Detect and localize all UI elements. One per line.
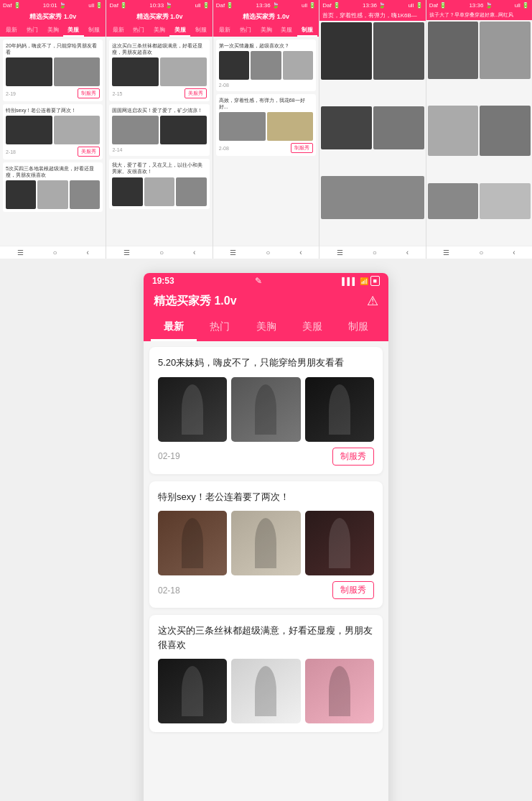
- screen2-post-1: 这次买白三条丝袜都超级满意，好看还显瘦，男朋友超喜欢 2-15 美服秀: [109, 40, 209, 101]
- bottom-back-icon[interactable]: ‹: [87, 249, 89, 256]
- screen3-tab-hot[interactable]: 热门: [235, 24, 256, 37]
- screen5-img-5: [428, 183, 479, 219]
- screen2-post-1-text: 这次买白三条丝袜都超级满意，好看还显瘦，男朋友超喜欢: [112, 42, 206, 55]
- bottom-menu-icon[interactable]: ☰: [443, 249, 449, 256]
- bottom-menu-icon[interactable]: ☰: [337, 249, 343, 256]
- feed-card-1-img-1: [158, 377, 227, 442]
- nav-tab-uniform[interactable]: 制服: [335, 315, 381, 341]
- bottom-home-icon[interactable]: ○: [479, 249, 483, 256]
- feed-card-3-img-2: [231, 659, 300, 723]
- feed-card-1-action-btn[interactable]: 制服秀: [332, 448, 374, 466]
- screen1-bottom-bar: ☰ ○ ‹: [0, 246, 106, 259]
- screen1-post-1: 20年妈妈，嗨皮不了，只能穿给男朋友看看 2-19 制服秀: [3, 40, 103, 101]
- screen1-post-2-text: 特别sexy！老公连着要了两次！: [6, 107, 100, 114]
- main-phone: 19:53 ✎ ▌▌▌ 📶 ■ 精选买家秀 1.0v ⚠ 最新 热门 美胸 美服…: [144, 273, 388, 801]
- post-img: [283, 51, 313, 80]
- bottom-home-icon[interactable]: ○: [266, 249, 270, 256]
- screen1-post-3-text: 5次买四三各地装根超级满意，好看还显瘦，男朋友很喜欢: [6, 165, 100, 178]
- screen1-tab-uniform[interactable]: 制服: [84, 24, 105, 37]
- bottom-menu-icon[interactable]: ☰: [230, 249, 236, 256]
- figure-silhouette: [182, 666, 203, 716]
- screen2-post-2: 圆圆网送启农买！爱了爱了，矿少清凉！ 2-14: [109, 104, 209, 156]
- screen3-tab-newest[interactable]: 最新: [215, 24, 235, 37]
- screen3-post-2-footer: 2-08 制服秀: [219, 143, 313, 153]
- nav-tab-hot[interactable]: 热门: [197, 315, 243, 341]
- nav-tab-clothes[interactable]: 美服: [289, 315, 335, 341]
- bottom-menu-icon[interactable]: ☰: [123, 249, 130, 256]
- screen1-tabs: 最新 热门 美胸 美服 制服: [0, 23, 106, 37]
- screen5-img-3: [428, 106, 479, 156]
- screen3-tab-uniform[interactable]: 制服: [297, 24, 318, 37]
- screen3-post-2-btn[interactable]: 制服秀: [291, 143, 313, 153]
- screen2-post-1-btn[interactable]: 美服秀: [185, 88, 207, 98]
- figure-silhouette: [329, 666, 350, 716]
- bottom-back-icon[interactable]: ‹: [406, 249, 409, 256]
- screen5-img-2: [480, 22, 531, 79]
- post-img: [160, 57, 207, 86]
- nav-tab-newest[interactable]: 最新: [151, 315, 197, 341]
- feed-card-1-img-3: [305, 377, 374, 442]
- screen2-tab-uniform[interactable]: 制服: [190, 24, 211, 37]
- screen1-post-2-footer: 2-18 美服秀: [6, 147, 100, 157]
- screen2-post-2-footer: 2-14: [112, 147, 206, 153]
- post-img: [6, 180, 36, 209]
- post-img: [160, 116, 207, 144]
- feed-card-2-images: [158, 511, 374, 575]
- feed-card-2-img-1: [158, 511, 227, 575]
- bottom-home-icon[interactable]: ○: [373, 249, 377, 256]
- feed-card-2-date: 02-18: [158, 585, 180, 596]
- phone-header: 精选买家秀 1.0v ⚠: [144, 289, 388, 315]
- post-img: [144, 177, 174, 206]
- post-img: [219, 112, 266, 141]
- screen-panel-3: Daf 🔋 13:36 🍃 ull 🔋 精选买家秀 1.0v 最新 热门 美胸 …: [213, 0, 319, 259]
- screen5-bottom-bar: ☰ ○ ‹: [426, 246, 532, 259]
- bottom-back-icon[interactable]: ‹: [299, 249, 302, 256]
- screen5-header: 孩子大了？早单穿叠穿超好康...网红风: [426, 10, 532, 20]
- screen1-tab-chest[interactable]: 美胸: [42, 24, 63, 37]
- screen2-post-2-images: [112, 116, 206, 144]
- nav-tab-chest[interactable]: 美胸: [243, 315, 289, 341]
- screen2-tab-chest[interactable]: 美胸: [149, 24, 170, 37]
- screen3-post-1-images: [219, 51, 313, 80]
- screen4-img-2: [373, 22, 424, 80]
- screen1-title: 精选买家秀 1.0v: [0, 10, 106, 23]
- screen3-post-1-text: 第一次买情趣服，超级喜欢次？: [219, 42, 313, 49]
- feed-card-3-img-3: [305, 659, 374, 723]
- post-img: [6, 116, 52, 144]
- feed-card-2-action-btn[interactable]: 制服秀: [332, 581, 374, 599]
- screen2-tab-newest[interactable]: 最新: [108, 24, 129, 37]
- screen4-status: Daf 🔋 13:36 🍃 ull 🔋: [319, 0, 425, 10]
- screen4-img-3: [321, 106, 372, 149]
- screen3-tab-chest[interactable]: 美胸: [256, 24, 276, 37]
- figure-silhouette: [182, 518, 203, 568]
- screen-panel-4: Daf 🔋 13:36 🍃 ull 🔋 首页，穿着性感，有弹力，嗨1K6B— ☰…: [319, 0, 426, 259]
- screen1-tab-clothes[interactable]: 美服: [63, 24, 84, 37]
- bottom-home-icon[interactable]: ○: [159, 249, 164, 256]
- bottom-menu-icon[interactable]: ☰: [17, 249, 24, 256]
- screen3-post-2-images: [219, 112, 313, 141]
- screen1-tab-hot[interactable]: 热门: [22, 24, 43, 37]
- screen4-img-4: [373, 106, 424, 149]
- screen2-tab-hot[interactable]: 热门: [129, 24, 149, 37]
- status-time: 19:53: [152, 276, 174, 286]
- screen3-bottom-bar: ☰ ○ ‹: [213, 246, 319, 259]
- screen-panel-1: Daf 🔋 10:01 🍃 ull 🔋 精选买家秀 1.0v 最新 热门 美胸 …: [0, 0, 106, 259]
- bottom-back-icon[interactable]: ‹: [193, 249, 195, 256]
- screen1-tab-newest[interactable]: 最新: [1, 24, 22, 37]
- screen2-post-3-images: [112, 177, 206, 206]
- figure-silhouette: [329, 384, 350, 435]
- screen3-tab-clothes[interactable]: 美服: [276, 24, 297, 37]
- app-title: 精选买家秀 1.0v: [154, 294, 237, 309]
- wifi-icon: 📶: [360, 277, 368, 285]
- figure-silhouette: [255, 518, 276, 568]
- screen1-post-2-images: [6, 116, 100, 144]
- feed-card-1-title: 5.20来妹妈，嗨皮不了，只能穿给男朋友看看: [158, 356, 374, 370]
- screen1-post-2-btn[interactable]: 美服秀: [78, 147, 100, 157]
- bottom-back-icon[interactable]: ‹: [513, 249, 515, 256]
- phone-nav: 最新 热门 美胸 美服 制服: [144, 315, 388, 341]
- screen2-tab-clothes[interactable]: 美服: [169, 24, 190, 37]
- screen1-post-2: 特别sexy！老公连着要了两次！ 2-18 美服秀: [3, 104, 103, 159]
- bottom-home-icon[interactable]: ○: [53, 249, 57, 256]
- screen1-post-1-btn[interactable]: 制服秀: [78, 88, 100, 98]
- warning-icon: ⚠: [367, 293, 378, 309]
